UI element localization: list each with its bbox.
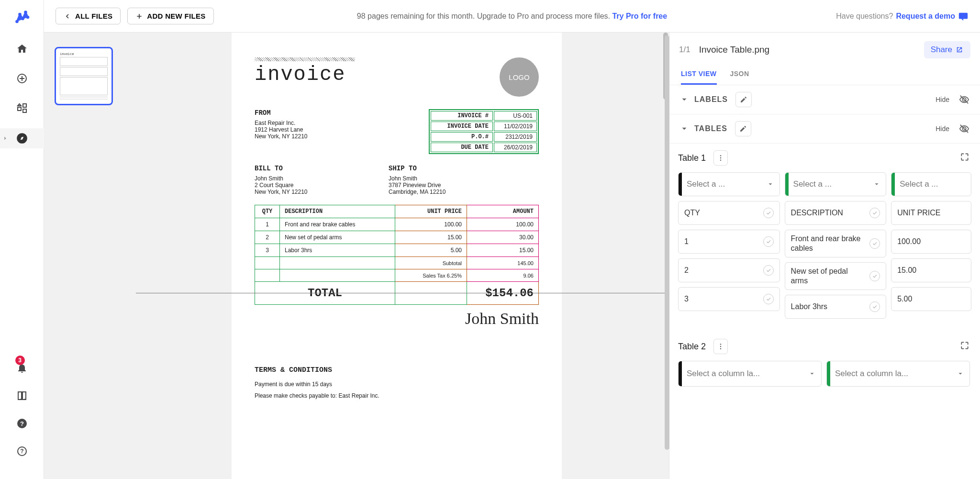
svg-point-17	[720, 344, 721, 345]
top-bar: ALL FILES ADD NEW FILES 98 pages remaini…	[44, 0, 980, 33]
table2-col1-select[interactable]: Select a column la...	[678, 361, 822, 387]
svg-text:?: ?	[20, 420, 24, 427]
svg-point-19	[720, 348, 721, 349]
ship-to-label: SHIP TO	[389, 165, 494, 172]
apps-icon[interactable]	[12, 99, 32, 118]
svg-point-14	[720, 155, 721, 156]
notifications-icon[interactable]: 3	[12, 358, 32, 378]
home-icon[interactable]	[12, 39, 32, 58]
table2-menu-button[interactable]	[713, 339, 728, 354]
explore-icon[interactable]	[0, 128, 44, 148]
thumbnail-panel: invoice	[44, 33, 124, 479]
file-name: Invoice Table.png	[699, 45, 924, 55]
chevron-down-icon[interactable]	[680, 124, 689, 133]
all-files-button[interactable]: ALL FILES	[56, 8, 121, 24]
invoice-meta-table: INVOICE #US-001 INVOICE DATE11/02/2019 P…	[429, 109, 539, 154]
svg-point-1	[18, 13, 22, 16]
table1-block: Table 1 Select a ... QTY 1 2	[669, 144, 980, 324]
svg-point-4	[26, 16, 29, 19]
share-button[interactable]: Share	[924, 41, 970, 58]
app-logo-icon[interactable]	[13, 9, 31, 26]
request-demo-link[interactable]: Request a demo	[896, 12, 955, 21]
edit-tables-button[interactable]	[735, 121, 751, 136]
svg-rect-8	[23, 109, 26, 112]
chat-icon[interactable]	[958, 11, 969, 22]
svg-point-15	[720, 157, 721, 158]
table1-col2-select[interactable]: Select a ...	[785, 172, 887, 196]
svg-rect-7	[23, 104, 26, 107]
edit-labels-button[interactable]	[735, 92, 752, 107]
table1-data-cell[interactable]: Front and rear brake cables	[785, 230, 887, 257]
docs-icon[interactable]	[12, 386, 32, 405]
table1-data-cell[interactable]: 1	[678, 230, 780, 254]
table1-header-cell[interactable]: DESCRIPTION	[785, 201, 887, 225]
svg-point-0	[15, 20, 19, 23]
table1-header-cell[interactable]: UNIT PRICE	[891, 201, 971, 225]
bill-to-label: BILL TO	[255, 165, 360, 172]
document-canvas: invoice LOGO FROM East Repair Inc. 1912 …	[124, 33, 669, 479]
table1-data-cell[interactable]: 2	[678, 258, 780, 282]
table1-data-cell[interactable]: 15.00	[891, 258, 971, 282]
help-banner: Have questions? Request a demo	[836, 11, 969, 22]
tab-json[interactable]: JSON	[730, 68, 749, 85]
left-sidebar: 3 ? ?	[0, 0, 44, 479]
from-label: FROM	[255, 109, 382, 117]
promo-banner: 98 pages remaining for this month. Upgra…	[357, 12, 667, 21]
table1-data-cell[interactable]: Labor 3hrs	[785, 295, 887, 319]
support-icon[interactable]: ?	[12, 442, 32, 461]
invoice-title: invoice	[255, 63, 355, 86]
svg-rect-6	[18, 107, 21, 111]
table1-col3-select[interactable]: Select a ...	[891, 172, 971, 196]
svg-point-3	[24, 11, 27, 14]
table2-block: Table 2 Select a column la...	[669, 324, 980, 392]
panel-scrollbar[interactable]	[665, 35, 669, 476]
table1-data-cell[interactable]: 5.00	[891, 287, 971, 311]
tab-list-view[interactable]: LIST VIEW	[681, 68, 717, 85]
invoice-line-items-table: QTY DESCRIPTION UNIT PRICE AMOUNT 1Front…	[255, 205, 539, 305]
eye-off-icon[interactable]	[959, 94, 969, 105]
table2-col2-select[interactable]: Select a column la...	[826, 361, 970, 387]
try-pro-link[interactable]: Try Pro for free	[612, 12, 667, 20]
labels-section-header: LABELS Hide	[669, 85, 980, 114]
page-count: 1/1	[679, 45, 690, 55]
workspace: invoice invoice LOGO	[44, 33, 980, 479]
signature: John Smith	[255, 310, 539, 328]
invoice-page: invoice LOGO FROM East Repair Inc. 1912 …	[232, 33, 562, 479]
add-new-files-button[interactable]: ADD NEW FILES	[127, 8, 213, 24]
table1-expand-button[interactable]	[960, 152, 971, 164]
svg-text:?: ?	[20, 448, 23, 455]
divider-line	[136, 293, 669, 293]
hatched-decor	[255, 57, 355, 61]
eye-off-icon[interactable]	[959, 123, 969, 134]
page-thumbnail[interactable]: invoice	[55, 47, 113, 105]
table1-data-cell[interactable]: 100.00	[891, 230, 971, 254]
logo-placeholder: LOGO	[500, 57, 539, 97]
table1-name: Table 1	[678, 153, 706, 163]
terms-label: TERMS & CONDITIONS	[255, 366, 539, 374]
table1-data-cell[interactable]: New set of pedal arms	[785, 262, 887, 290]
chevron-down-icon[interactable]	[680, 95, 689, 104]
view-tabs: LIST VIEW JSON	[669, 68, 980, 85]
table1-menu-button[interactable]	[713, 150, 728, 166]
extraction-panel: 1/1 Invoice Table.png Share LIST VIEW JS…	[669, 33, 980, 479]
table1-col1-select[interactable]: Select a ...	[678, 172, 780, 196]
table2-name: Table 2	[678, 342, 706, 352]
tables-section-header: TABLES Hide	[669, 114, 980, 144]
svg-point-2	[21, 17, 24, 21]
add-icon[interactable]	[12, 69, 32, 88]
svg-point-16	[720, 159, 721, 160]
svg-point-18	[720, 346, 721, 347]
help-icon[interactable]: ?	[12, 414, 32, 433]
table1-data-cell[interactable]: 3	[678, 287, 780, 311]
hide-labels-button[interactable]: Hide	[935, 96, 949, 103]
hide-tables-button[interactable]: Hide	[935, 125, 949, 133]
table2-expand-button[interactable]	[960, 341, 971, 352]
notification-badge: 3	[15, 356, 25, 365]
table1-header-cell[interactable]: QTY	[678, 201, 780, 225]
